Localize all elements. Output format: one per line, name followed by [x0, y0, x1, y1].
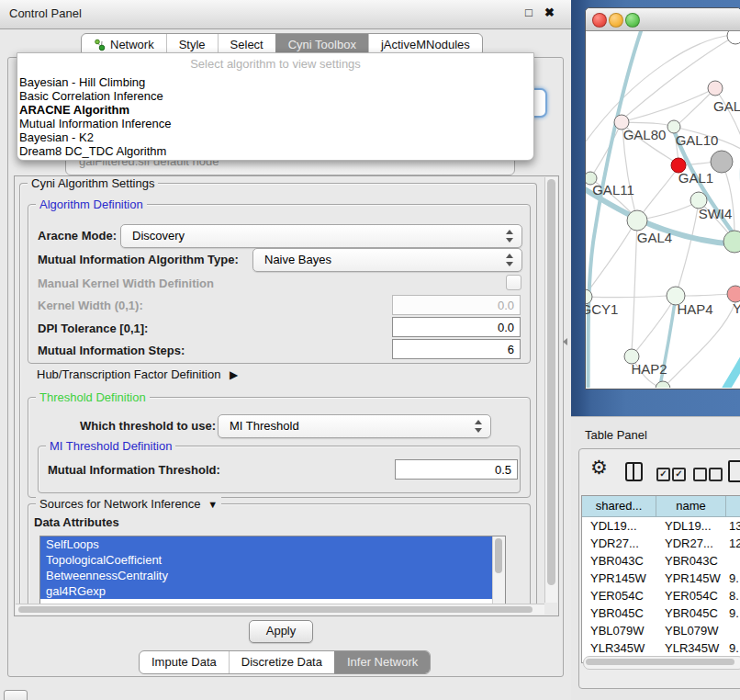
algorithm-option[interactable]: Basic Correlation Inference	[19, 89, 532, 103]
which-threshold-value: MI Threshold	[230, 419, 299, 433]
list-item[interactable]: gal4RGexp	[40, 583, 505, 599]
network-node[interactable]	[723, 231, 740, 253]
cell: 9.	[726, 639, 740, 657]
mi-threshold-label: Mutual Information Threshold:	[48, 463, 220, 477]
table-row[interactable]: YBR045C YBR045C 9.	[582, 604, 740, 622]
network-node-gal4[interactable]	[627, 210, 647, 231]
table-row[interactable]: YDL19... YDL19... 13	[582, 517, 740, 535]
scrollbar-thumb[interactable]	[586, 659, 734, 665]
cell	[726, 552, 740, 570]
popup-item-list: Bayesian - Hill Climbing Basic Correlati…	[19, 75, 532, 158]
table-horizontal-scrollbar[interactable]	[583, 656, 740, 670]
mi-type-combo[interactable]: Naive Bayes	[252, 248, 522, 272]
list-item[interactable]: TopologicalCoefficient	[40, 552, 505, 568]
file-icon[interactable]	[728, 460, 740, 482]
kernel-width-field[interactable]	[392, 295, 521, 315]
network-node[interactable]	[656, 381, 670, 388]
data-attributes-list[interactable]: SelfLoops TopologicalCoefficient Between…	[39, 536, 506, 605]
list-vertical-scrollbar[interactable]	[492, 536, 505, 604]
network-node[interactable]	[711, 151, 733, 173]
cell: YBL079W	[656, 622, 726, 639]
scrollbar-thumb[interactable]	[547, 179, 555, 585]
scrollbar-thumb[interactable]	[495, 538, 502, 573]
tab-label: Discretize Data	[241, 651, 322, 673]
cell: YLR345W	[656, 639, 726, 657]
cell: YDL19...	[656, 517, 726, 535]
network-window-titlebar[interactable]	[586, 8, 740, 31]
node-label-hap4: HAP4	[677, 301, 712, 317]
deselect-all-checkbox-icon[interactable]	[709, 468, 723, 481]
control-panel-titlebar: Control Panel □ ✖	[0, 0, 571, 29]
cell: YBR045C	[582, 604, 656, 622]
mi-threshold-field[interactable]	[395, 459, 518, 480]
hub-tf-definition-toggle[interactable]: Hub/Transcription Factor Definition ▶	[37, 367, 238, 381]
algorithm-option[interactable]: Bayesian - Hill Climbing	[19, 75, 532, 89]
table-rows: YDL19... YDL19... 13 YDR27... YDR27... 1…	[582, 517, 740, 662]
tab-infer-network[interactable]: Infer Network	[334, 651, 430, 673]
combo-arrows-icon	[505, 253, 513, 267]
float-window-icon[interactable]: □	[525, 6, 533, 19]
select-all-checkbox-icon[interactable]: ✓	[656, 468, 670, 481]
columns-icon[interactable]	[625, 462, 643, 481]
algorithm-option[interactable]: Mutual Information Inference	[19, 117, 532, 130]
dpi-tolerance-field[interactable]	[392, 317, 521, 337]
data-attributes-label: Data Attributes	[34, 515, 119, 529]
panel-title: Control Panel	[9, 6, 82, 20]
zoom-window-button[interactable]	[625, 13, 640, 28]
aracne-mode-label: Aracne Mode:	[38, 229, 117, 243]
cell: YBL079W	[582, 622, 656, 639]
cell	[726, 622, 740, 639]
network-node[interactable]	[727, 31, 740, 44]
settings-scrollpane: Cyni Algorithm Settings Algorithm Defini…	[14, 175, 559, 616]
table-row[interactable]: YBR043C YBR043C	[582, 552, 740, 570]
table-row[interactable]: YPR145W YPR145W 9.	[582, 570, 740, 587]
apply-button[interactable]: Apply	[249, 620, 313, 643]
table-row[interactable]: YER054C YER054C 8.	[582, 587, 740, 604]
manual-kernel-width-checkbox[interactable]	[506, 275, 521, 290]
which-threshold-combo[interactable]: MI Threshold	[218, 414, 491, 438]
network-graph[interactable]: GAL GAL80 GAL10 GAL1 GAL11 SWI4 GAL4 GCY…	[586, 31, 740, 388]
node-label-gcy1: GCY1	[586, 301, 618, 317]
hub-tf-definition-label: Hub/Transcription Factor Definition	[37, 367, 220, 381]
table-row[interactable]: YBL079W YBL079W	[582, 622, 740, 639]
algorithm-dropdown-popup: Select algorithm to view settings Bayesi…	[17, 52, 534, 161]
algorithm-option[interactable]: Bayesian - K2	[19, 130, 532, 144]
tab-label: Infer Network	[347, 651, 418, 673]
node-table: shared... name YDL19... YDL19... 13 YDR2…	[581, 495, 740, 663]
network-node[interactable]	[708, 81, 723, 96]
network-canvas[interactable]: GAL GAL80 GAL10 GAL1 GAL11 SWI4 GAL4 GCY…	[586, 31, 740, 388]
list-item[interactable]: SelfLoops	[40, 536, 505, 552]
gear-icon[interactable]: ⚙	[590, 457, 608, 479]
tab-impute-data[interactable]: Impute Data	[140, 651, 229, 673]
list-item[interactable]: BetweennessCentrality	[40, 568, 505, 583]
node-label-gal11: GAL11	[592, 182, 634, 198]
aracne-mode-combo[interactable]: Discovery	[120, 224, 522, 248]
minimize-window-button[interactable]	[609, 13, 623, 28]
select-all-checkbox-icon[interactable]: ✓	[672, 468, 686, 481]
split-divider-arrow[interactable]	[563, 338, 567, 345]
mi-steps-field[interactable]	[392, 339, 521, 359]
close-icon[interactable]: ✖	[544, 6, 555, 19]
close-window-button[interactable]	[592, 13, 607, 28]
expand-down-icon: ▼	[207, 499, 218, 510]
sources-toggle[interactable]: Sources for Network Inference ▼	[36, 497, 221, 511]
column-header[interactable]: name	[656, 496, 726, 516]
column-header[interactable]: shared...	[582, 496, 656, 516]
cell: 13	[726, 517, 740, 535]
column-header[interactable]	[726, 496, 740, 516]
network-node-gal10[interactable]	[667, 120, 680, 133]
deselect-all-checkbox-icon[interactable]	[693, 468, 707, 481]
scrollbar-thumb[interactable]	[18, 606, 533, 613]
group-title: Threshold Definition	[36, 390, 150, 404]
network-node-labels: GAL GAL80 GAL10 GAL1 GAL11 SWI4 GAL4 GCY…	[586, 98, 740, 377]
cell: YLR345W	[582, 639, 656, 657]
tab-discretize-data[interactable]: Discretize Data	[229, 651, 334, 673]
settings-vertical-scrollbar[interactable]	[544, 177, 557, 603]
settings-horizontal-scrollbar[interactable]	[16, 604, 544, 615]
table-row[interactable]: YDR27... YDR27... 12	[582, 535, 740, 552]
panel-corner-button[interactable]	[4, 690, 28, 700]
table-row[interactable]: YLR345W YLR345W 9.	[582, 639, 740, 657]
algorithm-option[interactable]: Dream8 DC_TDC Algorithm	[19, 144, 532, 158]
threshold-definition-group: Threshold Definition Which threshold to …	[28, 397, 531, 498]
algorithm-option-selected[interactable]: ARACNE Algorithm	[19, 103, 532, 117]
